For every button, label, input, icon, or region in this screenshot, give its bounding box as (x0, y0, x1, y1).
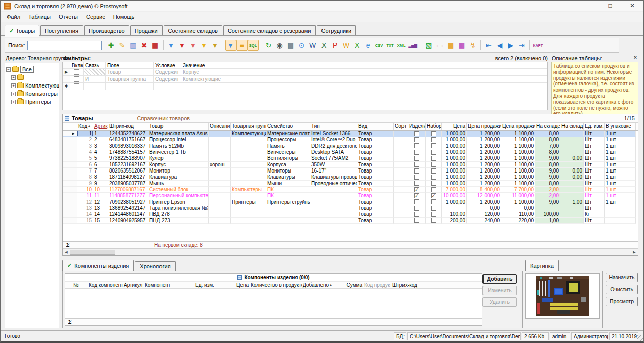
cell-opisanie[interactable] (209, 137, 231, 143)
cell-vid[interactable]: Товар (357, 218, 394, 224)
cell-nabor[interactable] (426, 187, 442, 193)
cell-tovar[interactable]: Системный блок (148, 187, 209, 193)
cell-ed-izm[interactable]: Шт (584, 168, 605, 174)
cell-opisanie[interactable] (209, 211, 231, 217)
add-component-button[interactable]: Добавить (482, 274, 517, 284)
cell-v-upakovke[interactable]: 1 шт (605, 131, 636, 137)
cell-sort[interactable] (394, 137, 408, 143)
checkbox[interactable] (431, 218, 436, 223)
cell-v-upakovke[interactable]: 1 шт (605, 155, 636, 161)
cell-opisanie[interactable] (209, 149, 231, 155)
cell-semeystvo[interactable]: Клавиатуры (266, 174, 310, 180)
cell-v-upakovke[interactable]: 1 шт (605, 149, 636, 155)
cell-cena-prodazhi[interactable]: 1 200,00 (467, 168, 501, 174)
filter-condition-cell[interactable] (154, 83, 181, 90)
checkbox[interactable] (414, 206, 419, 211)
view-picture-button[interactable]: Просмотр (606, 297, 638, 306)
copy-record-icon[interactable]: ▥ (128, 40, 139, 51)
tab-Продажи[interactable]: Продажи (130, 25, 163, 35)
column-header-cena-prodazhi-opt[interactable]: Цена продажи опт (501, 123, 535, 130)
column-header-na-sklade-2[interactable]: На складе 2 (560, 123, 584, 130)
product-row[interactable]: 14141241448601147ПВД 278Товар100,00120,0… (63, 211, 638, 217)
components-column-Артикул[interactable]: Артикул (123, 282, 144, 288)
filter-value-cell[interactable]: Комплектующие (181, 76, 547, 83)
cell-v-upakovke[interactable] (605, 211, 636, 217)
cell-nabor[interactable]: ✓ (426, 193, 442, 199)
cell-kod[interactable]: 5 (77, 155, 93, 161)
cell-artikul[interactable]: 5 (93, 155, 108, 161)
components-column-Сумма[interactable]: Сумма (338, 282, 363, 288)
cell-ed-izm[interactable]: Шт (584, 187, 605, 193)
cell-semeystvo[interactable]: ПК (266, 187, 310, 193)
cell-tovar[interactable]: Мышь (148, 181, 209, 187)
checkbox[interactable] (431, 181, 436, 186)
column-header-cena-prodazhi[interactable]: Цена продажи (467, 123, 501, 130)
cell-semeystvo[interactable]: Корпуса (266, 162, 310, 168)
print-icon[interactable]: ▤ (285, 40, 296, 51)
cell-sort[interactable] (394, 131, 408, 137)
cell-tip[interactable]: Intel® Core™2 Duo Socket (310, 137, 357, 143)
cell-cena-prodazhi-opt[interactable]: 1 100,00 (501, 149, 535, 155)
components-column-Код продукта[interactable]: Код продукта (363, 282, 391, 288)
product-row[interactable]: 11111148858771277Персональный компьютерП… (63, 193, 638, 199)
cell-cena[interactable]: 1 000,00 (442, 149, 467, 155)
nav-next-icon[interactable]: ▶ (505, 40, 516, 51)
cell-nabor[interactable] (426, 211, 442, 217)
checkbox[interactable] (414, 162, 419, 167)
cell-na-sklade-1[interactable] (535, 205, 560, 211)
cell-artikul[interactable]: 2 (93, 137, 108, 143)
product-row[interactable]: 881871184098127КлавиатураКлавиатурыКлави… (63, 174, 638, 180)
menu-item-Сервис[interactable]: Сервис (82, 13, 109, 21)
cell-ed-izm[interactable]: Шт (584, 143, 605, 149)
add-record-icon[interactable]: ✚ (106, 40, 117, 51)
cell-sort[interactable] (394, 218, 408, 224)
checkbox[interactable] (431, 131, 436, 136)
cell-shtrih-kod[interactable]: 1852231692167 (108, 162, 148, 168)
checkbox[interactable] (414, 175, 419, 180)
cell-cena-prodazhi-opt[interactable]: 1 100,00 (501, 162, 535, 168)
cell-tip[interactable]: 350W (310, 162, 357, 168)
cell-cena[interactable]: 1 000,00 (442, 137, 467, 143)
cell-na-sklade-1[interactable]: 8,00 (535, 137, 560, 143)
cell-cena[interactable]: 1 000,00 (442, 143, 467, 149)
export-excel-icon[interactable]: X (318, 40, 330, 51)
filters-panel-icon[interactable]: ▼ (225, 40, 236, 51)
cell-shtrih-kod[interactable]: 1127006887167 (108, 187, 148, 193)
cell-semeystvo[interactable]: Память (266, 143, 310, 149)
cell-shtrih-kod[interactable]: 7090238051927 (108, 199, 148, 205)
components-column-Добавлено[interactable]: Добавлено▲ (302, 282, 338, 288)
cell-ed-izm[interactable]: Шт (584, 181, 605, 187)
cell-na-sklade-2[interactable] (560, 137, 584, 143)
filter-value-cell[interactable]: Корпус (181, 69, 547, 76)
cell-na-sklade-2[interactable]: 1,00 (560, 199, 584, 205)
cell-v-upakovke[interactable] (605, 218, 636, 224)
filter-row[interactable]: ▶ТоварСодержитКорпус (63, 69, 547, 76)
filter-column-header[interactable]: Включен (70, 62, 84, 69)
cell-nabor[interactable] (426, 174, 442, 180)
export-txt-icon[interactable]: TXT (385, 40, 396, 51)
cell-na-sklade-1[interactable]: -2,00 (535, 187, 560, 193)
cell-v-upakovke[interactable]: 1 шт (605, 137, 636, 143)
cell-v-upakovke[interactable]: 1 шт (605, 181, 636, 187)
cell-nabor[interactable] (426, 199, 442, 205)
cell-cena-prodazhi-opt[interactable]: 0,00 (501, 205, 535, 211)
cell-tovarnaya-gruppa[interactable] (231, 205, 266, 211)
cell-izdelie[interactable] (408, 199, 426, 205)
card-view-icon[interactable]: КАРТ (532, 40, 544, 51)
cell-cena-prodazhi[interactable]: 0,00 (467, 205, 501, 211)
filter-enabled-cell[interactable] (70, 83, 84, 90)
column-header-sort[interactable]: Сорт (394, 123, 408, 130)
cell-v-upakovke[interactable]: 1 шт (605, 199, 636, 205)
view-settings-icon[interactable]: ▦ (456, 40, 467, 51)
cell-na-sklade-1[interactable]: 9,00 (535, 174, 560, 180)
filter-row[interactable]: ✱ (63, 83, 547, 90)
cell-v-upakovke[interactable]: 1 шт (605, 162, 636, 168)
tree-item-Принтеры[interactable]: +Принтеры (11, 98, 58, 106)
checkbox[interactable] (431, 187, 436, 192)
cell-na-sklade-2[interactable] (560, 205, 584, 211)
refresh-icon[interactable]: ↻ (263, 40, 274, 51)
tab-Состояние складов с резервами[interactable]: Состояние складов с резервами (223, 25, 316, 35)
assign-picture-button[interactable]: Назначить (606, 273, 638, 282)
column-header-vid[interactable]: Вид (357, 123, 394, 130)
cell-shtrih-kod[interactable]: 8020635512067 (108, 168, 148, 174)
